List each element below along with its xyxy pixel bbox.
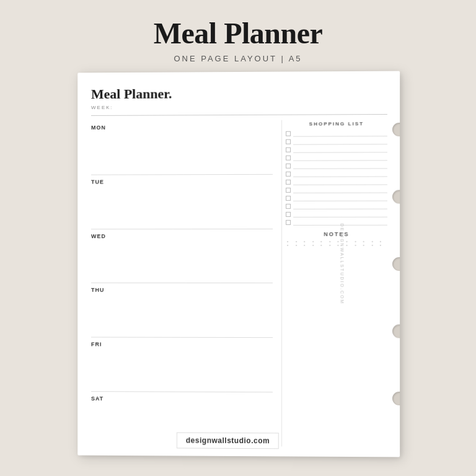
notes-header: NOTES — [286, 231, 387, 237]
day-label-tue: TUE — [91, 178, 273, 185]
shopping-line-2 — [293, 138, 387, 145]
hole-punch-3 — [392, 257, 400, 271]
shopping-item-3 — [286, 146, 387, 153]
notes-dots — [286, 240, 387, 247]
planner-card: DESIGNWALLSTUDIO.COM Meal Planner. WEEK:… — [77, 71, 400, 457]
dot — [321, 245, 322, 246]
checkbox-9[interactable] — [286, 196, 291, 201]
dot — [296, 241, 297, 242]
dot — [321, 241, 322, 242]
dot — [380, 241, 381, 242]
shopping-column: SHOPPING LIST — [281, 120, 387, 447]
hole-punches — [392, 71, 400, 457]
hole-punch-5 — [392, 392, 400, 405]
shopping-item-12 — [286, 219, 387, 225]
planner-inner-title: Meal Planner. — [91, 85, 387, 102]
checkbox-6[interactable] — [286, 172, 291, 177]
website-text: designwallstudio.com — [186, 436, 270, 445]
dot — [312, 245, 314, 246]
planner-content: Meal Planner. WEEK: MON TUE WED THU FRI — [77, 71, 400, 457]
dot — [312, 241, 314, 242]
dot — [304, 245, 305, 246]
dot — [372, 241, 373, 242]
hole-punch-4 — [392, 324, 400, 338]
shopping-line-8 — [293, 187, 387, 193]
shopping-line-11 — [293, 211, 387, 217]
days-column: MON TUE WED THU FRI SAT — [91, 120, 281, 447]
checkbox-4[interactable] — [286, 156, 291, 161]
day-label-thu: THU — [91, 287, 273, 293]
dot — [363, 245, 364, 246]
dot — [287, 241, 288, 242]
checkbox-11[interactable] — [286, 212, 291, 217]
page-title: Meal Planner — [154, 17, 323, 50]
day-block-wed: WED — [91, 229, 273, 283]
shopping-line-7 — [293, 178, 387, 185]
dot — [296, 245, 297, 246]
watermark: DESIGNWALLSTUDIO.COM — [340, 223, 344, 304]
shopping-line-5 — [293, 162, 387, 169]
shopping-item-5 — [286, 162, 387, 169]
website-banner: designwallstudio.com — [177, 432, 279, 449]
shopping-item-7 — [286, 178, 387, 185]
hole-punch-2 — [392, 190, 400, 203]
shopping-item-11 — [286, 211, 387, 217]
checkbox-3[interactable] — [286, 148, 291, 152]
dot — [304, 241, 305, 242]
week-divider — [91, 114, 387, 116]
day-block-mon: MON — [91, 120, 273, 175]
week-label: WEEK: — [91, 104, 387, 110]
notes-section: NOTES — [286, 231, 387, 447]
dot — [346, 241, 348, 242]
checkbox-2[interactable] — [286, 139, 291, 144]
day-label-wed: WED — [91, 232, 273, 239]
shopping-line-9 — [293, 195, 387, 201]
shopping-item-2 — [286, 138, 387, 145]
day-label-sat: SAT — [91, 395, 273, 402]
dot — [287, 245, 288, 246]
dot — [338, 241, 339, 242]
shopping-header: SHOPPING LIST — [286, 121, 387, 127]
shopping-item-8 — [286, 187, 387, 193]
dot — [329, 245, 330, 246]
dot — [346, 245, 348, 246]
shopping-item-6 — [286, 170, 387, 177]
shopping-items — [286, 130, 387, 226]
page-header: Meal Planner ONE PAGE LAYOUT | A5 — [154, 0, 323, 63]
dot — [338, 245, 339, 246]
dot — [355, 241, 356, 242]
shopping-line-6 — [293, 170, 387, 177]
checkbox-7[interactable] — [286, 180, 291, 185]
day-label-mon: MON — [91, 124, 273, 131]
dot — [380, 245, 381, 246]
checkbox-5[interactable] — [286, 164, 291, 169]
shopping-line-1 — [293, 130, 387, 137]
day-block-thu: THU — [91, 283, 273, 338]
shopping-item-10 — [286, 203, 387, 209]
page-subtitle: ONE PAGE LAYOUT | A5 — [154, 54, 323, 63]
hole-punch-1 — [392, 123, 400, 136]
day-label-fri: FRI — [91, 342, 273, 348]
shopping-item-1 — [286, 130, 387, 137]
day-block-tue: TUE — [91, 174, 273, 229]
shopping-item-9 — [286, 195, 387, 201]
checkbox-8[interactable] — [286, 188, 291, 193]
dot — [329, 241, 330, 242]
day-block-fri: FRI — [91, 338, 273, 393]
shopping-item-4 — [286, 154, 387, 161]
shopping-line-4 — [293, 154, 387, 161]
checkbox-10[interactable] — [286, 204, 291, 209]
shopping-line-10 — [293, 203, 387, 209]
shopping-line-3 — [293, 146, 387, 153]
checkbox-12[interactable] — [286, 220, 291, 225]
dot — [372, 245, 373, 246]
checkbox-1[interactable] — [286, 131, 291, 136]
dot — [355, 245, 356, 246]
dot — [363, 241, 364, 242]
